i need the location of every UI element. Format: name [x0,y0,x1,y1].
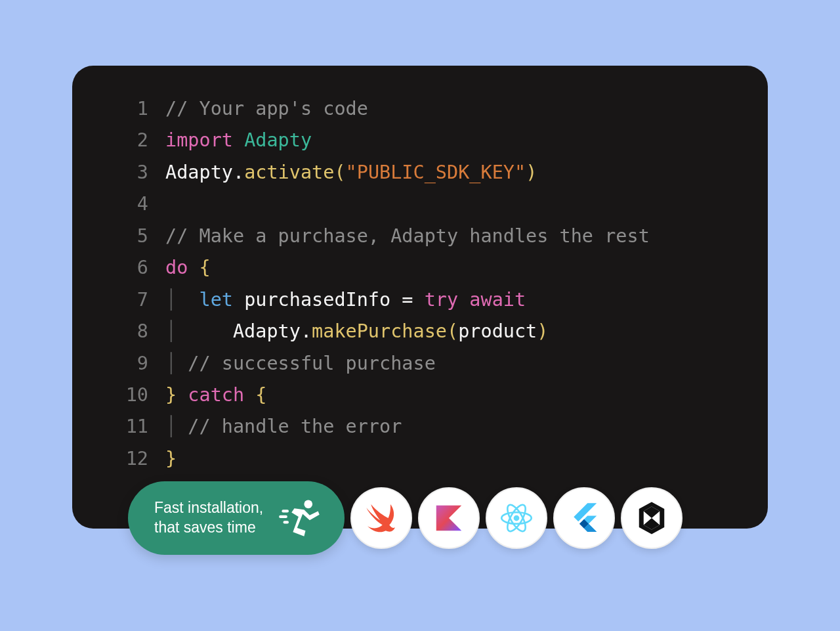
code-token: { [200,257,211,278]
code-content: │ Adapty.makePurchase(product) [165,316,548,347]
code-token [177,384,188,406]
code-token: import [165,129,233,151]
code-token: { [255,384,266,406]
line-number: 2 [92,125,148,156]
line-number: 11 [92,411,148,443]
running-man-icon [278,496,322,540]
line-number: 6 [92,252,148,284]
code-line: 4 [92,188,748,220]
sdk-kotlin-icon[interactable] [418,487,480,549]
code-token: } [165,384,177,406]
code-token [244,384,255,406]
code-content: │ let purchasedInfo = try await [165,284,526,316]
badge-line1: Fast installation, [154,498,263,518]
code-content: do { [165,252,211,284]
code-token [233,129,244,151]
code-token: ( [334,162,345,183]
code-token: // Make a purchase, Adapty handles the r… [165,225,650,247]
bottom-row: Fast installation, that saves time [128,481,682,555]
svg-rect-1 [282,510,289,512]
badge-line2: that saves time [154,518,263,538]
code-line: 8│ Adapty.makePurchase(product) [92,316,748,347]
line-number: 10 [92,380,148,411]
sdk-react-icon[interactable] [486,487,547,549]
code-line: 5// Make a purchase, Adapty handles the … [92,221,748,252]
svg-rect-2 [279,515,287,518]
code-line: 6do { [92,252,748,284]
line-number: 3 [92,157,148,188]
line-number: 9 [92,348,148,380]
code-token: activate [244,162,334,183]
code-token: │ [165,353,177,374]
code-token: ) [526,162,537,183]
svg-rect-3 [284,521,289,523]
code-content: } catch { [165,380,266,411]
code-token [458,289,469,311]
code-token: purchasedInfo [233,289,402,311]
code-token: ) [537,320,548,342]
line-number: 1 [92,93,148,125]
sdk-unity-icon[interactable] [621,487,682,549]
line-number: 12 [92,443,148,475]
code-token: │ [165,289,199,311]
line-number: 8 [92,316,148,347]
code-token: product [458,320,537,342]
code-token: let [199,289,232,311]
code-content: } [165,443,177,475]
code-token: // handle the error [177,416,402,437]
sdk-swift-icon[interactable] [350,487,412,549]
code-content: │ // handle the error [165,411,402,443]
code-token [188,257,199,278]
line-number: 5 [92,221,148,252]
code-line: 2import Adapty [92,125,748,156]
code-token: Adapty [233,320,301,342]
svg-point-0 [304,500,313,508]
code-token [413,289,425,311]
code-token: // successful purchase [177,353,436,374]
code-token: ( [447,320,458,342]
code-token: . [301,320,312,342]
code-token: │ [165,416,177,437]
code-token: } [165,448,177,469]
code-content: Adapty.activate("PUBLIC_SDK_KEY") [165,157,537,188]
code-line: 10} catch { [92,380,748,411]
line-number: 7 [92,284,148,316]
line-number: 4 [92,188,148,220]
code-line: 11│ // handle the error [92,411,748,443]
sdk-flutter-icon[interactable] [553,487,615,549]
code-token: Adapty [165,162,233,183]
code-line: 1// Your app's code [92,93,748,125]
fast-install-badge: Fast installation, that saves time [128,481,345,555]
code-token: │ [165,320,233,342]
code-content: // Your app's code [165,93,368,125]
code-token: "PUBLIC_SDK_KEY" [346,162,526,183]
code-content: │ // successful purchase [165,348,436,380]
badge-text: Fast installation, that saves time [154,498,263,538]
svg-point-7 [514,515,520,521]
code-line: 3Adapty.activate("PUBLIC_SDK_KEY") [92,157,748,188]
code-token: try [425,289,458,311]
code-block: 1// Your app's code2import Adapty3Adapty… [72,66,768,529]
code-token: await [469,289,526,311]
code-content: // Make a purchase, Adapty handles the r… [165,221,650,252]
code-token: = [402,289,413,311]
code-token: . [233,162,244,183]
code-token: makePurchase [312,320,447,342]
code-token: Adapty [244,129,312,151]
code-content: import Adapty [165,125,312,156]
code-line: 7│ let purchasedInfo = try await [92,284,748,316]
code-token: // Your app's code [165,98,368,120]
code-token: do [165,257,188,278]
code-line: 12} [92,443,748,475]
code-token: catch [188,384,244,406]
code-line: 9│ // successful purchase [92,348,748,380]
